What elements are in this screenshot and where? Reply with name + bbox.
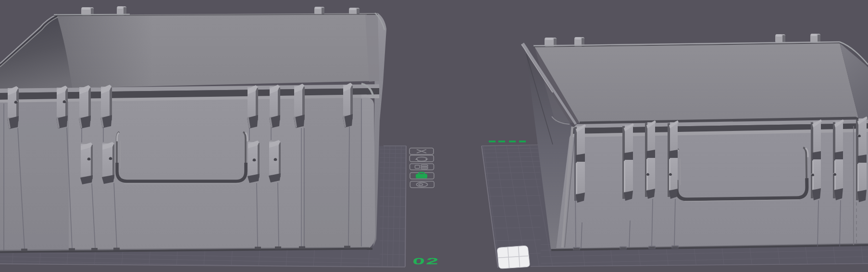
svg-text:02: 02 xyxy=(412,256,440,266)
